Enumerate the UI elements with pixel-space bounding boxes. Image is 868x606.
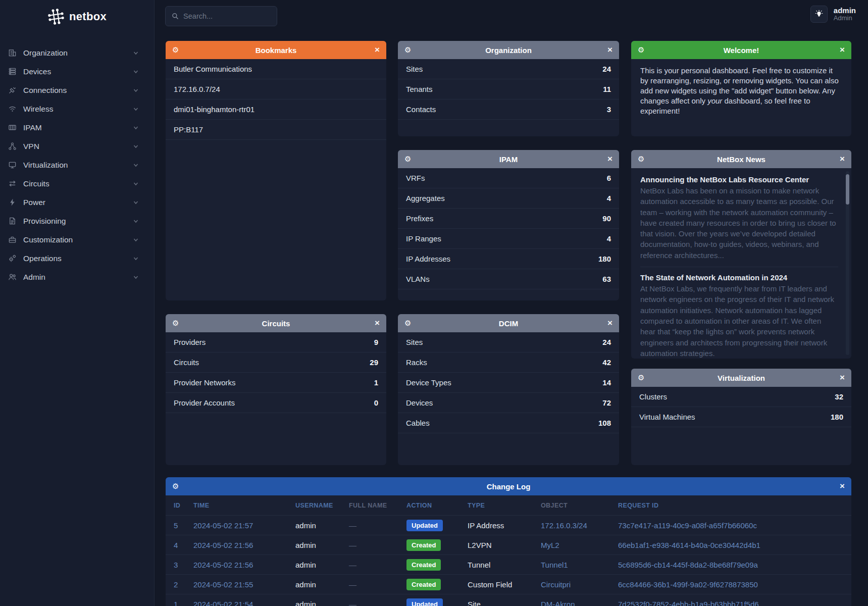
widget-bookmarks: ⚙ Bookmarks × Butler Communications172.1… [166,41,386,300]
chevron-down-icon [133,256,139,262]
changelog-id-link[interactable]: 4 [174,541,193,549]
changelog-time-link[interactable]: 2024-05-02 21:57 [193,521,295,530]
sidebar-item-admin[interactable]: Admin [0,268,154,286]
lightning-icon [8,198,17,207]
bookmark-link[interactable]: PP:B117 [166,120,386,140]
stat-value: 24 [602,65,611,73]
stat-label[interactable]: Device Types [406,378,451,387]
stat-label[interactable]: Clusters [639,392,667,401]
stat-value: 4 [607,234,611,243]
bookmark-link[interactable]: Butler Communications [166,59,386,79]
changelog-id-link[interactable]: 2 [174,580,193,589]
widget-config-icon[interactable]: ⚙ [638,369,644,387]
sidebar-item-wireless[interactable]: Wireless [0,99,154,118]
stat-label[interactable]: Provider Accounts [174,398,235,407]
stat-label[interactable]: VRFs [406,174,425,182]
close-icon[interactable]: × [840,41,845,59]
stat-label[interactable]: Sites [406,338,423,346]
changelog-time-link[interactable]: 2024-05-02 21:56 [193,561,295,569]
sidebar-item-organization[interactable]: Organization [0,43,154,62]
changelog-object-link[interactable]: Tunnel1 [541,561,618,569]
widget-config-icon[interactable]: ⚙ [172,41,179,59]
changelog-request-id-link[interactable]: 66eb1af1-e938-4614-b40a-0ce30442d4b1 [618,541,851,549]
sidebar-item-virtualization[interactable]: Virtualization [0,156,154,174]
sidebar-item-circuits[interactable]: Circuits [0,174,154,193]
stat-label[interactable]: VLANs [406,275,430,283]
stat-label[interactable]: IP Ranges [406,234,441,243]
stat-label[interactable]: Racks [406,358,427,367]
stat-label[interactable]: Contacts [406,105,436,114]
column-header-username[interactable]: USERNAME [295,502,349,509]
cable-icon [8,86,17,94]
changelog-object-link[interactable]: Circuitpri [541,580,618,589]
changelog-object-link[interactable]: 172.16.0.3/24 [541,521,618,530]
bookmark-link[interactable]: 172.16.0.7/24 [166,79,386,99]
widget-config-icon[interactable]: ⚙ [172,477,179,495]
stat-value: 108 [598,419,611,427]
sidebar-item-connections[interactable]: Connections [0,81,154,99]
close-icon[interactable]: × [840,477,845,495]
changelog-id-link[interactable]: 3 [174,561,193,569]
close-icon[interactable]: × [607,150,612,168]
news-article-title[interactable]: Announcing the NetBox Labs Resource Cent… [640,175,838,184]
sidebar-item-power[interactable]: Power [0,193,154,212]
stat-label[interactable]: Aggregates [406,194,445,203]
bookmark-link[interactable]: dmi01-binghamton-rtr01 [166,99,386,120]
column-header-action[interactable]: ACTION [406,502,468,509]
sidebar-item-ipam[interactable]: IPAM [0,118,154,137]
column-header-type[interactable]: TYPE [468,502,541,509]
news-scrollbar-thumb[interactable] [846,174,849,205]
theme-toggle-button[interactable] [810,6,828,23]
sidebar-item-vpn[interactable]: VPN [0,137,154,156]
close-icon[interactable]: × [375,41,380,59]
stat-label[interactable]: Providers [174,338,206,346]
stat-label[interactable]: Sites [406,65,423,73]
stat-label[interactable]: Provider Networks [174,378,236,387]
stat-label[interactable]: Cables [406,419,430,427]
user-menu[interactable]: admin Admin [834,6,856,22]
widget-title: Bookmarks [256,46,297,55]
stat-value: 63 [602,275,611,283]
column-header-time[interactable]: TIME [193,502,295,509]
close-icon[interactable]: × [840,150,845,168]
changelog-request-id-link[interactable]: 5c6895d6-cb14-445f-8da2-8be68f79e09a [618,561,851,569]
stat-label[interactable]: Circuits [174,358,199,367]
column-header-id[interactable]: ID [174,502,193,509]
gears-icon [8,254,17,263]
changelog-request-id-link[interactable]: 73c7e417-a119-40c9-a08f-a65f7b66060c [618,521,851,530]
widget-config-icon[interactable]: ⚙ [172,314,179,332]
changelog-id-link[interactable]: 5 [174,521,193,530]
news-article-title[interactable]: The State of Network Automation in 2024 [640,273,838,282]
stat-label[interactable]: Virtual Machines [639,413,695,421]
column-header-request-id[interactable]: REQUEST ID [618,502,851,509]
close-icon[interactable]: × [607,314,612,332]
changelog-object-link[interactable]: DM-Akron [541,600,618,606]
changelog-time-link[interactable]: 2024-05-02 21:54 [193,600,295,606]
widget-config-icon[interactable]: ⚙ [404,314,411,332]
changelog-object-link[interactable]: MyL2 [541,541,618,549]
sidebar-item-devices[interactable]: Devices [0,62,154,81]
changelog-full-name: — [349,580,406,589]
changelog-id-link[interactable]: 1 [174,600,193,606]
close-icon[interactable]: × [607,41,612,59]
stat-label[interactable]: Tenants [406,85,433,93]
widget-config-icon[interactable]: ⚙ [404,41,411,59]
close-icon[interactable]: × [840,369,845,387]
changelog-request-id-link[interactable]: 7d2532f0-7852-4ebb-b1a9-b63bbb71f5d6 [618,600,851,606]
sidebar-item-provisioning[interactable]: Provisioning [0,212,154,230]
changelog-time-link[interactable]: 2024-05-02 21:55 [193,580,295,589]
netbox-logo[interactable]: netbox [0,0,154,30]
stat-label[interactable]: Devices [406,398,433,407]
widget-config-icon[interactable]: ⚙ [404,150,411,168]
changelog-request-id-link[interactable]: 6cc84466-36b1-499f-9a02-9f6278873850 [618,580,851,589]
stat-label[interactable]: IP Addresses [406,255,450,263]
sidebar-item-customization[interactable]: Customization [0,230,154,249]
sidebar-item-operations[interactable]: Operations [0,249,154,268]
chevron-down-icon [133,199,139,206]
changelog-time-link[interactable]: 2024-05-02 21:56 [193,541,295,549]
close-icon[interactable]: × [375,314,380,332]
widget-config-icon[interactable]: ⚙ [638,150,644,168]
search-input[interactable] [183,12,271,20]
widget-config-icon[interactable]: ⚙ [638,41,644,59]
stat-label[interactable]: Prefixes [406,214,433,223]
